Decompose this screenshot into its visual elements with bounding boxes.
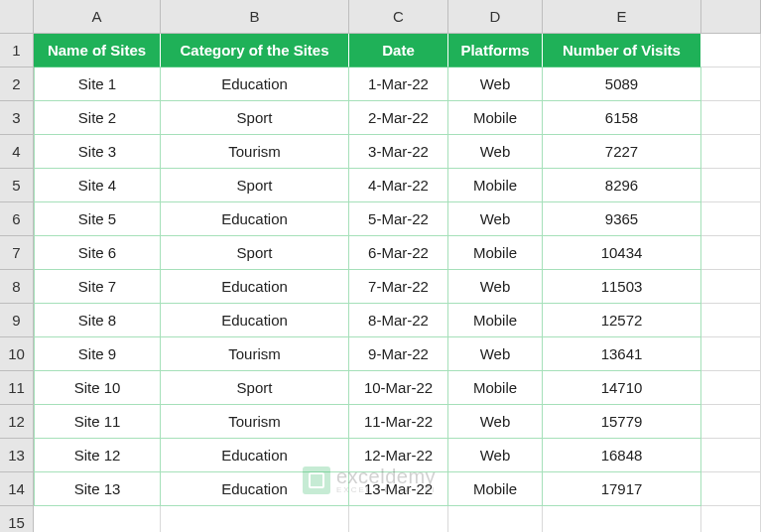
cell-site-name[interactable]: Site 1 bbox=[34, 67, 161, 101]
cell-visits[interactable]: 6158 bbox=[543, 101, 701, 135]
cell-platform[interactable]: Web bbox=[448, 439, 543, 472]
cell-visits[interactable]: 15779 bbox=[543, 405, 701, 439]
cell-site-name[interactable]: Site 6 bbox=[34, 236, 161, 270]
cell-platform[interactable]: Mobile bbox=[448, 304, 543, 337]
row-head[interactable]: 11 bbox=[0, 371, 34, 405]
cell-empty[interactable] bbox=[448, 506, 543, 532]
cell-date[interactable]: 3-Mar-22 bbox=[349, 135, 448, 169]
cell-visits[interactable]: 16848 bbox=[543, 439, 701, 472]
cell-site-name[interactable]: Site 8 bbox=[34, 304, 161, 337]
row-head[interactable]: 10 bbox=[0, 337, 34, 371]
cell-empty[interactable] bbox=[161, 506, 349, 532]
row-head[interactable]: 13 bbox=[0, 439, 34, 472]
cell-empty[interactable] bbox=[701, 135, 761, 169]
cell-visits[interactable]: 9365 bbox=[543, 202, 701, 236]
cell-visits[interactable]: 12572 bbox=[543, 304, 701, 337]
cell-empty[interactable] bbox=[701, 270, 761, 304]
row-head[interactable]: 15 bbox=[0, 506, 34, 532]
cell-empty[interactable] bbox=[349, 506, 448, 532]
cell-category[interactable]: Education bbox=[161, 472, 349, 506]
cell-category[interactable]: Education bbox=[161, 67, 349, 101]
cell-empty[interactable] bbox=[701, 236, 761, 270]
header-platforms[interactable]: Platforms bbox=[448, 34, 543, 67]
cell-platform[interactable]: Mobile bbox=[448, 236, 543, 270]
row-head[interactable]: 2 bbox=[0, 67, 34, 101]
cell-site-name[interactable]: Site 3 bbox=[34, 135, 161, 169]
cell-empty[interactable] bbox=[701, 337, 761, 371]
cell-empty[interactable] bbox=[701, 405, 761, 439]
cell-category[interactable]: Tourism bbox=[161, 405, 349, 439]
cell-empty[interactable] bbox=[701, 101, 761, 135]
cell-empty[interactable] bbox=[701, 169, 761, 202]
row-head[interactable]: 14 bbox=[0, 472, 34, 506]
row-head[interactable]: 9 bbox=[0, 304, 34, 337]
cell-visits[interactable]: 5089 bbox=[543, 67, 701, 101]
cell-category[interactable]: Education bbox=[161, 202, 349, 236]
cell-empty[interactable] bbox=[701, 304, 761, 337]
cell-visits[interactable]: 7227 bbox=[543, 135, 701, 169]
cell-platform[interactable]: Mobile bbox=[448, 371, 543, 405]
cell-site-name[interactable]: Site 10 bbox=[34, 371, 161, 405]
col-head-a[interactable]: A bbox=[34, 0, 161, 34]
row-head[interactable]: 1 bbox=[0, 34, 34, 67]
cell-date[interactable]: 7-Mar-22 bbox=[349, 270, 448, 304]
cell-platform[interactable]: Web bbox=[448, 337, 543, 371]
cell-visits[interactable]: 8296 bbox=[543, 169, 701, 202]
row-head[interactable]: 3 bbox=[0, 101, 34, 135]
cell-category[interactable]: Sport bbox=[161, 101, 349, 135]
cell-visits[interactable]: 13641 bbox=[543, 337, 701, 371]
cell-category[interactable]: Education bbox=[161, 304, 349, 337]
row-head[interactable]: 7 bbox=[0, 236, 34, 270]
cell-site-name[interactable]: Site 13 bbox=[34, 472, 161, 506]
cell-date[interactable]: 9-Mar-22 bbox=[349, 337, 448, 371]
cell-date[interactable]: 2-Mar-22 bbox=[349, 101, 448, 135]
cell-category[interactable]: Tourism bbox=[161, 337, 349, 371]
cell-date[interactable]: 4-Mar-22 bbox=[349, 169, 448, 202]
cell-date[interactable]: 11-Mar-22 bbox=[349, 405, 448, 439]
cell-platform[interactable]: Mobile bbox=[448, 169, 543, 202]
header-date[interactable]: Date bbox=[349, 34, 448, 67]
cell-empty[interactable] bbox=[701, 472, 761, 506]
cell-category[interactable]: Sport bbox=[161, 371, 349, 405]
cell-visits[interactable]: 14710 bbox=[543, 371, 701, 405]
cell-date[interactable]: 5-Mar-22 bbox=[349, 202, 448, 236]
cell-visits[interactable]: 10434 bbox=[543, 236, 701, 270]
cell-platform[interactable]: Web bbox=[448, 135, 543, 169]
row-head[interactable]: 12 bbox=[0, 405, 34, 439]
col-head-f[interactable] bbox=[701, 0, 761, 34]
cell-platform[interactable]: Mobile bbox=[448, 101, 543, 135]
cell-visits[interactable]: 11503 bbox=[543, 270, 701, 304]
cell-visits[interactable]: 17917 bbox=[543, 472, 701, 506]
cell-site-name[interactable]: Site 7 bbox=[34, 270, 161, 304]
cell-date[interactable]: 8-Mar-22 bbox=[349, 304, 448, 337]
cell-empty[interactable] bbox=[701, 439, 761, 472]
cell-site-name[interactable]: Site 4 bbox=[34, 169, 161, 202]
cell-platform[interactable]: Web bbox=[448, 202, 543, 236]
cell-platform[interactable]: Web bbox=[448, 270, 543, 304]
cell-category[interactable]: Education bbox=[161, 270, 349, 304]
header-visits[interactable]: Number of Visits bbox=[543, 34, 701, 67]
cell-site-name[interactable]: Site 9 bbox=[34, 337, 161, 371]
cell-category[interactable]: Sport bbox=[161, 236, 349, 270]
cell-date[interactable]: 1-Mar-22 bbox=[349, 67, 448, 101]
cell-empty[interactable] bbox=[701, 34, 761, 67]
col-head-d[interactable]: D bbox=[448, 0, 543, 34]
col-head-c[interactable]: C bbox=[349, 0, 448, 34]
col-head-b[interactable]: B bbox=[161, 0, 349, 34]
cell-category[interactable]: Sport bbox=[161, 169, 349, 202]
header-name-of-sites[interactable]: Name of Sites bbox=[34, 34, 161, 67]
cell-site-name[interactable]: Site 2 bbox=[34, 101, 161, 135]
cell-empty[interactable] bbox=[701, 371, 761, 405]
cell-platform[interactable]: Web bbox=[448, 405, 543, 439]
row-head[interactable]: 4 bbox=[0, 135, 34, 169]
cell-platform[interactable]: Web bbox=[448, 67, 543, 101]
cell-category[interactable]: Education bbox=[161, 439, 349, 472]
cell-empty[interactable] bbox=[701, 506, 761, 532]
cell-empty[interactable] bbox=[543, 506, 701, 532]
cell-site-name[interactable]: Site 5 bbox=[34, 202, 161, 236]
row-head[interactable]: 8 bbox=[0, 270, 34, 304]
select-all-corner[interactable] bbox=[0, 0, 34, 34]
cell-site-name[interactable]: Site 12 bbox=[34, 439, 161, 472]
col-head-e[interactable]: E bbox=[543, 0, 701, 34]
cell-date[interactable]: 13-Mar-22 bbox=[349, 472, 448, 506]
